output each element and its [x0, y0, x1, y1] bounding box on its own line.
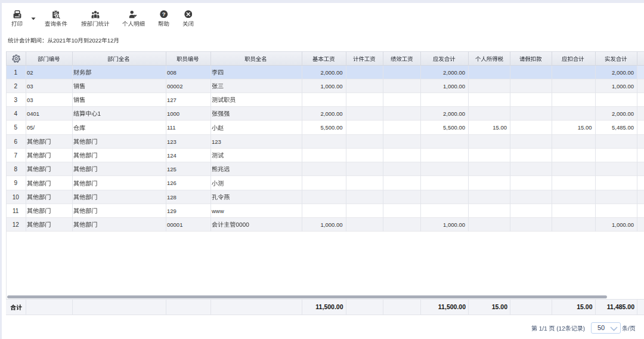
svg-text:?: ? [162, 11, 166, 17]
